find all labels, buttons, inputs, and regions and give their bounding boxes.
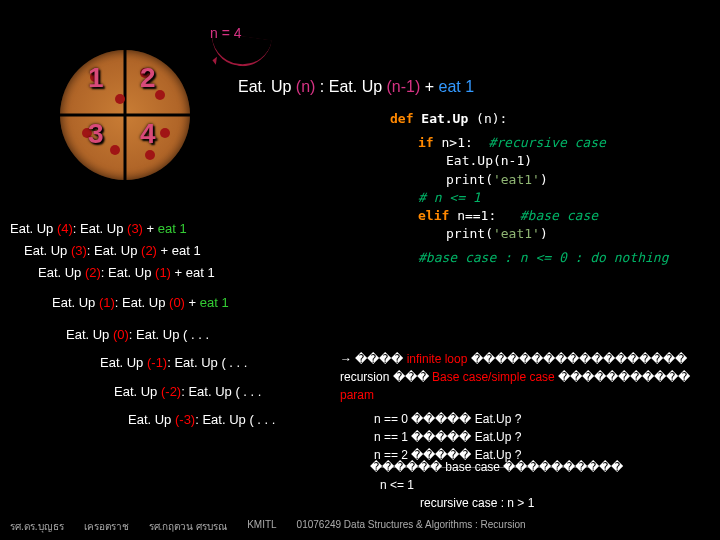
formula-colon: : [315, 78, 328, 95]
trace-0-call: : Eat. Up [73, 221, 127, 236]
trace-2-m: (1) [155, 265, 171, 280]
quadrant-4: 4 [140, 118, 156, 150]
note-n1: n == 1 ����� Eat.Up ? [374, 428, 720, 446]
formula-plus: + [420, 78, 438, 95]
summary-2: n <= 1 [380, 476, 623, 494]
trace-2-tail: + eat 1 [171, 265, 215, 280]
note-1a: → ���� [340, 352, 407, 366]
note-2c: ����������� [555, 370, 690, 384]
trace-4-tail: : Eat. Up ( . . . [129, 327, 209, 342]
footer-author2: เครอตราช [84, 519, 129, 534]
trace-1-tail: + eat 1 [157, 243, 201, 258]
trace-0-plus: + [143, 221, 158, 236]
bottom-summary: ������ base case ���������� n <= 1 recur… [370, 458, 623, 512]
trace-3-fn: Eat. Up [52, 295, 99, 310]
quadrant-3: 3 [88, 118, 104, 150]
note-2d: param [340, 388, 374, 402]
formula-main: Eat. Up (n) : Eat. Up (n-1) + eat 1 [238, 78, 474, 96]
trace-7-n: (-3) [175, 412, 195, 427]
note-2b: Base case/simple case [432, 370, 555, 384]
footer: รศ.ดร.บุญธร เครอตราช รศ.กฤตวน ศรบรณ KMIT… [0, 519, 720, 534]
cmt-nle1: # n <= 1 [418, 190, 481, 205]
trace-0-m: (3) [127, 221, 143, 236]
note-1b: infinite loop [407, 352, 468, 366]
trace-6-n: (-2) [161, 384, 181, 399]
call-recursive: Eat.Up(n-1) [446, 153, 532, 168]
kw-if: if [418, 135, 434, 150]
footer-author3: รศ.กฤตวน ศรบรณ [149, 519, 228, 534]
quadrant-2: 2 [140, 62, 156, 94]
print1-lit: 'eat1' [493, 172, 540, 187]
formula-eat1: eat 1 [439, 78, 475, 95]
trace-1-fn: Eat. Up [24, 243, 71, 258]
formula-call: Eat. Up [329, 78, 387, 95]
right-notes: → ���� infinite loop ������������������ … [340, 350, 720, 468]
cmt-donothing: #base case : n <= 0 : do nothing [418, 250, 668, 265]
trace-0-n: (4) [57, 221, 73, 236]
trace-3-n: (1) [99, 295, 115, 310]
kw-def: def [390, 111, 413, 126]
footer-course: 01076249 Data Structures & Algorithms : … [297, 519, 526, 534]
quadrant-1: 1 [88, 62, 104, 94]
trace-cascade: Eat. Up (4): Eat. Up (3) + eat 1 Eat. Up… [10, 218, 275, 431]
trace-4-n: (0) [113, 327, 129, 342]
print2-lit: 'eat1' [493, 226, 540, 241]
pizza-diagram [60, 50, 190, 180]
footer-author1: รศ.ดร.บุญธร [10, 519, 64, 534]
trace-2-call: : Eat. Up [101, 265, 155, 280]
note-1c: ������������������ [467, 352, 686, 366]
arrow-swoosh [208, 32, 272, 70]
formula-n: (n) [296, 78, 316, 95]
formula-fn-lead: Eat. Up [238, 78, 296, 95]
trace-0-fn: Eat. Up [10, 221, 57, 236]
trace-3-call: : Eat. Up [115, 295, 169, 310]
trace-2-fn: Eat. Up [38, 265, 85, 280]
cond-base: n==1: [449, 208, 519, 223]
print1a: print( [446, 172, 493, 187]
trace-0-eat: eat 1 [158, 221, 187, 236]
trace-3-plus: + [185, 295, 200, 310]
trace-1-n: (3) [71, 243, 87, 258]
kw-elif: elif [418, 208, 449, 223]
footer-inst: KMITL [247, 519, 276, 534]
print2c: ) [540, 226, 548, 241]
cmt-recursive: #recursive case [488, 135, 605, 150]
formula-nminus: (n-1) [387, 78, 421, 95]
trace-1-m: (2) [141, 243, 157, 258]
note-n0: n == 0 ����� Eat.Up ? [374, 410, 720, 428]
trace-3-eat: eat 1 [200, 295, 229, 310]
cond-recursive: n>1: [434, 135, 489, 150]
summary-1: ������ base case ���������� [370, 460, 623, 474]
trace-7-fn: Eat. Up [128, 412, 175, 427]
trace-2-n: (2) [85, 265, 101, 280]
print1c: ) [540, 172, 548, 187]
print2a: print( [446, 226, 493, 241]
code-block: def Eat.Up (n): if n>1: #recursive case … [390, 110, 710, 268]
trace-6-fn: Eat. Up [114, 384, 161, 399]
summary-3: recursive case : n > 1 [420, 494, 623, 512]
trace-3-m: (0) [169, 295, 185, 310]
trace-5-n: (-1) [147, 355, 167, 370]
trace-6-tail: : Eat. Up ( . . . [181, 384, 261, 399]
trace-5-fn: Eat. Up [100, 355, 147, 370]
trace-1-call: : Eat. Up [87, 243, 141, 258]
fn-args: (n): [476, 111, 507, 126]
note-2a: recursion ��� [340, 370, 432, 384]
cmt-base: #base case [520, 208, 598, 223]
fn-name: Eat.Up [413, 111, 476, 126]
trace-7-tail: : Eat. Up ( . . . [195, 412, 275, 427]
trace-5-tail: : Eat. Up ( . . . [167, 355, 247, 370]
trace-4-fn: Eat. Up [66, 327, 113, 342]
